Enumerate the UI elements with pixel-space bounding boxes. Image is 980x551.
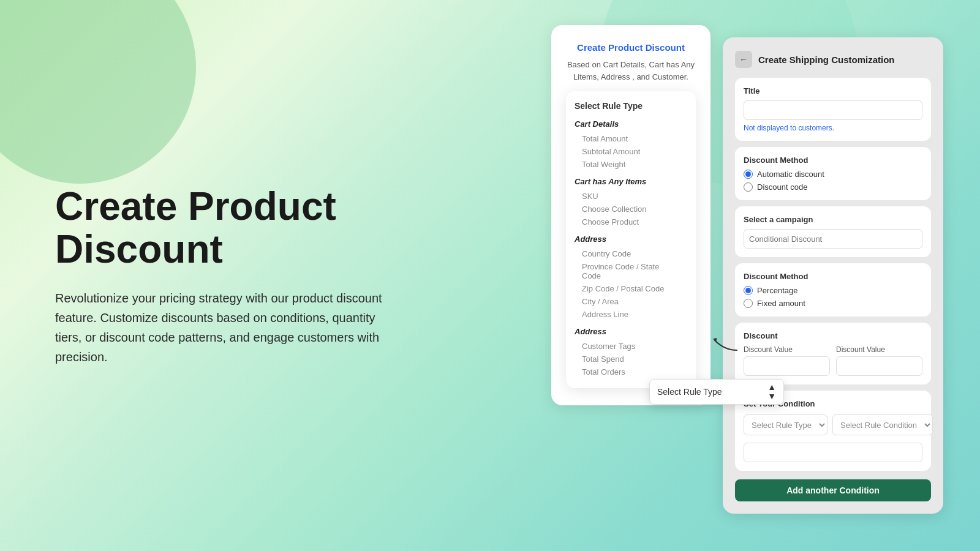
discount-field-2-label: Discount Value: [836, 345, 922, 354]
radio-fixed-amount-input[interactable]: [744, 299, 753, 308]
title-input[interactable]: [744, 100, 922, 120]
rule-condition-select[interactable]: Select Rule Condition: [832, 414, 933, 435]
radio-fixed-amount[interactable]: Fixed amount: [744, 299, 922, 308]
back-icon: ←: [739, 54, 748, 64]
radio-discount-code-label: Discount code: [757, 182, 807, 192]
rule-type-title: Select Rule Type: [575, 101, 687, 111]
category-address: Address: [575, 234, 687, 244]
menu-subtotal-amount[interactable]: Subtotal Amount: [575, 145, 687, 158]
discount-section: Discount Discount Value Discount Value: [735, 323, 931, 384]
radio-discount-code-input[interactable]: [744, 182, 753, 192]
product-card-title: Create Product Discount: [566, 42, 696, 53]
arrow-graphic: [709, 333, 740, 358]
radio-automatic-input[interactable]: [744, 170, 753, 179]
rule-type-dropdown[interactable]: Select Rule Type ▲ ▼: [649, 379, 784, 405]
campaign-label: Select a campaign: [744, 215, 922, 224]
product-discount-card: Create Product Discount Based on Cart De…: [551, 25, 710, 405]
category-cart-details: Cart Details: [575, 119, 687, 129]
left-section: Create Product Discount Revolutionize yo…: [55, 185, 398, 367]
discount-method-2-section: Discount Method Percentage Fixed amount: [735, 263, 931, 317]
menu-customer-tags[interactable]: Customer Tags: [575, 340, 687, 353]
condition-section: Set Your Condition Select Rule Type Sele…: [735, 391, 931, 471]
campaign-input[interactable]: [744, 229, 922, 249]
campaign-section: Select a campaign: [735, 206, 931, 257]
discount-value-2-input[interactable]: [836, 356, 922, 376]
menu-total-orders[interactable]: Total Orders: [575, 365, 687, 378]
menu-city-area[interactable]: City / Area: [575, 295, 687, 308]
add-condition-button[interactable]: Add another Condition: [735, 479, 931, 501]
svg-marker-0: [713, 338, 717, 342]
arrow-up: ▲: [767, 383, 776, 392]
panel-header: ← Create Shipping Customization: [735, 51, 931, 68]
radio-fixed-amount-label: Fixed amount: [757, 299, 805, 308]
discount-field-1: Discount Value: [744, 345, 830, 376]
condition-text-input[interactable]: [744, 443, 922, 462]
cards-container: Create Product Discount Based on Cart De…: [551, 37, 943, 514]
product-card-desc: Based on Cart Details, Cart has Any Lite…: [566, 59, 696, 83]
radio-percentage[interactable]: Percentage: [744, 286, 922, 295]
page-heading: Create Product Discount: [55, 185, 398, 271]
discount-method-1-group: Automatic discount Discount code: [744, 170, 922, 192]
not-displayed-text: Not displayed to customers.: [744, 124, 922, 132]
menu-total-spend[interactable]: Total Spend: [575, 353, 687, 365]
title-section: Title Not displayed to customers.: [735, 78, 931, 141]
discount-value-1-input[interactable]: [744, 356, 830, 376]
category-cart-items: Cart has Any Items: [575, 177, 687, 186]
discount-method-1-section: Discount Method Automatic discount Disco…: [735, 147, 931, 200]
category-address-2: Address: [575, 327, 687, 336]
menu-choose-product[interactable]: Choose Product: [575, 216, 687, 228]
radio-discount-code[interactable]: Discount code: [744, 182, 922, 192]
rule-type-select[interactable]: Select Rule Type: [744, 414, 827, 435]
page-description: Revolutionize your pricing strategy with…: [55, 288, 398, 366]
discount-row: Discount Value Discount Value: [744, 345, 922, 376]
shipping-panel: ← Create Shipping Customization Title No…: [723, 37, 943, 514]
radio-percentage-label: Percentage: [757, 286, 798, 295]
radio-automatic[interactable]: Automatic discount: [744, 170, 922, 179]
menu-country-code[interactable]: Country Code: [575, 247, 687, 260]
menu-choose-collection[interactable]: Choose Collection: [575, 203, 687, 216]
menu-zip-code[interactable]: Zip Code / Postal Code: [575, 282, 687, 295]
dropdown-arrows: ▲ ▼: [767, 383, 776, 402]
menu-address-line[interactable]: Address Line: [575, 308, 687, 321]
menu-total-weight[interactable]: Total Weight: [575, 158, 687, 171]
panel-title: Create Shipping Customization: [758, 54, 895, 65]
back-button[interactable]: ←: [735, 51, 752, 68]
title-label: Title: [744, 86, 922, 96]
arrow-down: ▼: [767, 392, 776, 401]
discount-method-2-group: Percentage Fixed amount: [744, 286, 922, 308]
rule-type-dropdown-label: Select Rule Type: [657, 387, 722, 397]
menu-total-amount[interactable]: Total Amount: [575, 132, 687, 145]
discount-label: Discount: [744, 331, 922, 340]
radio-percentage-input[interactable]: [744, 286, 753, 295]
condition-row: Select Rule Type Select Rule Condition: [744, 414, 922, 435]
bg-circle-top-left: [0, 0, 196, 184]
menu-sku[interactable]: SKU: [575, 190, 687, 203]
discount-method-1-label: Discount Method: [744, 156, 922, 165]
rule-type-card: Select Rule Type Cart Details Total Amou…: [566, 91, 696, 388]
rule-type-dropdown-inner: Select Rule Type ▲ ▼: [650, 383, 783, 402]
menu-province-code[interactable]: Province Code / State Code: [575, 260, 687, 282]
discount-method-2-label: Discount Method: [744, 272, 922, 281]
discount-field-1-label: Discount Value: [744, 345, 830, 354]
discount-field-2: Discount Value: [836, 345, 922, 376]
radio-automatic-label: Automatic discount: [757, 170, 824, 179]
